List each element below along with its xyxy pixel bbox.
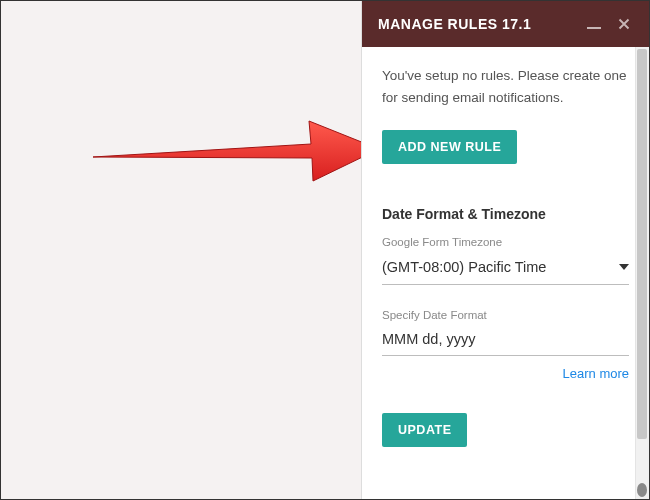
scrollbar-thumb[interactable]	[637, 49, 647, 439]
dateformat-input[interactable]: MMM dd, yyyy	[382, 325, 629, 356]
pointer-arrow-annotation	[91, 109, 381, 189]
panel-header: MANAGE RULES 17.1	[362, 1, 649, 47]
date-timezone-heading: Date Format & Timezone	[382, 206, 629, 222]
panel-body: You've setup no rules. Please create one…	[362, 47, 649, 499]
timezone-value: (GMT-08:00) Pacific Time	[382, 259, 546, 275]
scrollbar[interactable]	[635, 47, 649, 499]
add-new-rule-button[interactable]: ADD NEW RULE	[382, 130, 517, 164]
scrollbar-thumb-bottom[interactable]	[637, 483, 647, 497]
timezone-label: Google Form Timezone	[382, 236, 629, 248]
update-button[interactable]: UPDATE	[382, 413, 467, 447]
minimize-icon[interactable]	[587, 27, 601, 29]
timezone-dropdown[interactable]: (GMT-08:00) Pacific Time	[382, 252, 629, 285]
chevron-down-icon	[619, 258, 629, 276]
panel-title: MANAGE RULES 17.1	[378, 16, 531, 32]
learn-more-link[interactable]: Learn more	[382, 366, 629, 381]
manage-rules-panel: MANAGE RULES 17.1 You've setup no rules.…	[361, 1, 649, 499]
dateformat-label: Specify Date Format	[382, 309, 629, 321]
intro-text: You've setup no rules. Please create one…	[382, 65, 629, 108]
close-icon[interactable]	[615, 15, 633, 33]
